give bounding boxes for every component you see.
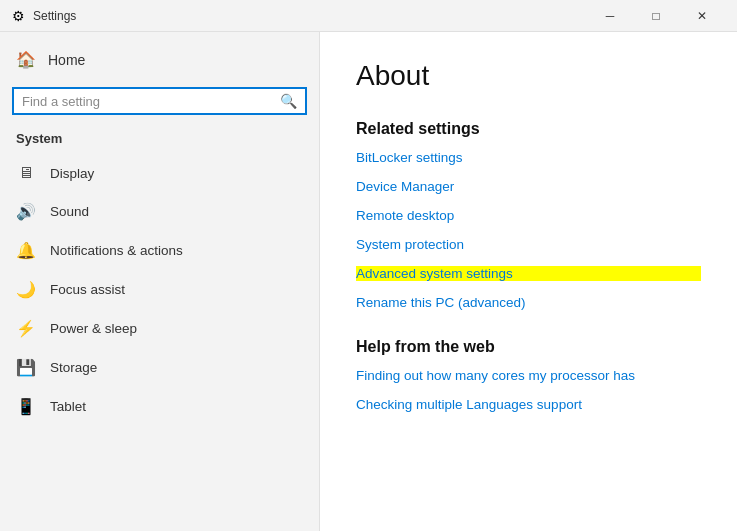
link-advanced-system-settings[interactable]: Advanced system settings	[356, 266, 701, 281]
sidebar-item-notifications[interactable]: 🔔 Notifications & actions	[0, 231, 319, 270]
related-settings-heading: Related settings	[356, 120, 701, 138]
link-system-protection[interactable]: System protection	[356, 237, 701, 252]
sidebar-item-storage-label: Storage	[50, 360, 97, 375]
sidebar-item-focus[interactable]: 🌙 Focus assist	[0, 270, 319, 309]
help-section: Help from the web Finding out how many c…	[356, 338, 701, 412]
link-cores[interactable]: Finding out how many cores my processor …	[356, 368, 701, 383]
app-body: 🏠 Home 🔍 System 🖥 Display 🔊 Sound 🔔 Noti…	[0, 32, 737, 531]
storage-icon: 💾	[16, 358, 36, 377]
search-input[interactable]	[22, 94, 280, 109]
related-settings-section: Related settings BitLocker settings Devi…	[356, 120, 701, 310]
page-title: About	[356, 60, 701, 92]
title-bar: ⚙ Settings ─ □ ✕	[0, 0, 737, 32]
notifications-icon: 🔔	[16, 241, 36, 260]
link-rename-pc[interactable]: Rename this PC (advanced)	[356, 295, 701, 310]
sidebar-item-tablet-label: Tablet	[50, 399, 86, 414]
sidebar-item-display[interactable]: 🖥 Display	[0, 154, 319, 192]
sidebar-item-power-label: Power & sleep	[50, 321, 137, 336]
help-heading: Help from the web	[356, 338, 701, 356]
home-icon: 🏠	[16, 50, 36, 69]
link-device-manager[interactable]: Device Manager	[356, 179, 701, 194]
link-bitlocker[interactable]: BitLocker settings	[356, 150, 701, 165]
settings-logo-icon: ⚙	[12, 8, 25, 24]
minimize-button[interactable]: ─	[587, 0, 633, 32]
sidebar-item-focus-label: Focus assist	[50, 282, 125, 297]
title-bar-left: ⚙ Settings	[12, 8, 76, 24]
sidebar-nav: 🖥 Display 🔊 Sound 🔔 Notifications & acti…	[0, 154, 319, 426]
sidebar-item-storage[interactable]: 💾 Storage	[0, 348, 319, 387]
search-box[interactable]: 🔍	[12, 87, 307, 115]
sound-icon: 🔊	[16, 202, 36, 221]
link-remote-desktop[interactable]: Remote desktop	[356, 208, 701, 223]
sidebar-item-tablet[interactable]: 📱 Tablet	[0, 387, 319, 426]
sidebar-section-system: System	[0, 127, 319, 154]
power-icon: ⚡	[16, 319, 36, 338]
close-button[interactable]: ✕	[679, 0, 725, 32]
search-icon[interactable]: 🔍	[280, 93, 297, 109]
tablet-icon: 📱	[16, 397, 36, 416]
sidebar-item-power[interactable]: ⚡ Power & sleep	[0, 309, 319, 348]
display-icon: 🖥	[16, 164, 36, 182]
maximize-button[interactable]: □	[633, 0, 679, 32]
main-content: About Related settings BitLocker setting…	[320, 32, 737, 531]
focus-icon: 🌙	[16, 280, 36, 299]
title-bar-title: Settings	[33, 9, 76, 23]
sidebar-home-label: Home	[48, 52, 85, 68]
sidebar-item-notifications-label: Notifications & actions	[50, 243, 183, 258]
title-bar-controls: ─ □ ✕	[587, 0, 725, 32]
sidebar-item-sound-label: Sound	[50, 204, 89, 219]
sidebar: 🏠 Home 🔍 System 🖥 Display 🔊 Sound 🔔 Noti…	[0, 32, 320, 531]
link-languages[interactable]: Checking multiple Languages support	[356, 397, 701, 412]
sidebar-item-display-label: Display	[50, 166, 94, 181]
sidebar-item-sound[interactable]: 🔊 Sound	[0, 192, 319, 231]
sidebar-home-button[interactable]: 🏠 Home	[0, 40, 319, 79]
